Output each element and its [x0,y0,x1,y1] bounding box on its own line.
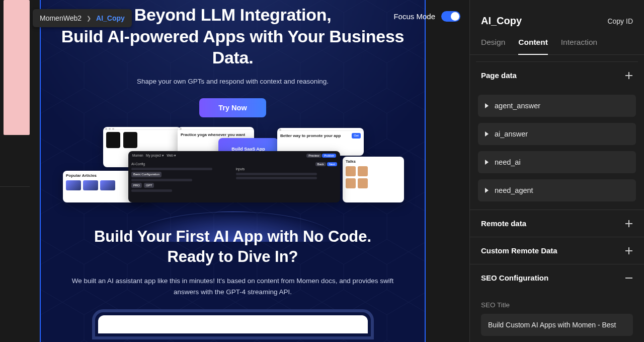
page-data-item[interactable]: need_ai [478,151,636,173]
panel-title: AI_Copy [481,15,522,27]
focus-mode-label: Focus Mode [393,12,435,21]
section2-paragraph: We built an AI assistant app like this i… [71,276,394,297]
section-page-data-label: Page data [481,71,517,80]
page-data-item-label: need_ai [495,158,521,166]
section-custom-remote-label: Custom Remote Data [481,246,557,255]
section2-heading: Build Your First AI App with No Code. Re… [71,227,394,266]
hero-headline-line2: Build AI-powered Apps with Your Business… [61,27,404,67]
focus-mode-control: Focus Mode [393,11,460,22]
minus-icon[interactable] [625,274,633,282]
chat-window-inner [98,315,368,333]
tab-interaction[interactable]: Interaction [561,38,597,54]
toggle-knob [451,12,459,21]
section-remote-data[interactable]: Remote data [470,210,644,237]
collage-card-saas: Build SaaS App [218,138,278,168]
page-data-item[interactable]: agent_answer [478,95,636,117]
caret-right-icon [485,103,489,108]
divider [0,186,30,187]
collage-card-editor: Momen My project ▾ Web ▾ Preview Publish… [128,151,340,202]
page-data-item-label: agent_answer [495,102,540,110]
try-now-button[interactable]: Try Now [199,98,266,117]
tab-content[interactable]: Content [518,38,548,55]
collage-card-store [103,127,181,167]
page-frame[interactable]: Beyond LLM Integration, Build AI-powered… [40,0,426,342]
section-seo-label: SEO Configuration [481,273,548,282]
caret-right-icon [485,131,489,136]
thumbnail-preview [4,0,30,135]
collage-card-articles: Popular Articles [63,171,153,202]
section-build-first: Build Your First AI App with No Code. Re… [41,227,425,339]
seo-title-label: SEO Title [481,301,633,309]
collage-card-promo: Better way to promote your app Get [277,128,364,156]
panel-tabs: Design Content Interaction [470,27,644,55]
page-data-item-label: ai_answer [495,130,528,138]
hero-collage: Practice yoga whenever you want Build Sa… [41,123,425,202]
page-data-item[interactable]: need_agent [478,179,636,201]
breadcrumb: MomenWeb2 ❯ AI_Copy [33,9,132,27]
chat-window-shell [92,309,374,339]
canvas-area: Focus Mode Beyond LLM Integration, Build… [30,0,469,342]
section2-heading-line2: Ready to Dive In? [167,248,298,265]
section2-heading-line1: Build Your First AI App with No Code. [94,228,371,245]
plus-icon[interactable] [625,72,633,80]
hero-headline-line1: Beyond LLM Integration, [134,5,332,24]
breadcrumb-page[interactable]: AI_Copy [96,14,125,22]
page-data-item[interactable]: ai_answer [478,123,636,145]
plus-icon[interactable] [625,247,633,255]
page-data-list: agent_answer ai_answer need_ai need_agen… [470,95,644,210]
hero-subhead: Shape your own GPTs and respond with con… [49,78,417,85]
breadcrumb-project[interactable]: MomenWeb2 [40,14,82,22]
page-data-item-label: need_agent [495,186,533,194]
caret-right-icon [485,160,489,165]
section-seo-configuration[interactable]: SEO Configuration [470,264,644,291]
left-rail [0,0,30,342]
tab-design[interactable]: Design [481,38,505,54]
seo-title-input[interactable] [481,314,633,336]
section-page-data[interactable]: Page data [470,62,644,89]
focus-mode-toggle[interactable] [441,11,460,22]
seo-block: SEO Title [470,301,644,336]
section-remote-data-label: Remote data [481,219,526,228]
chevron-right-icon: ❯ [87,15,91,22]
inspector-panel: AI_Copy Copy ID Design Content Interacti… [469,0,644,342]
collage-card-talks: Talks [343,157,404,202]
section-custom-remote-data[interactable]: Custom Remote Data [470,237,644,264]
collage-card-yoga: Practice yoga whenever you want [178,127,254,157]
caret-right-icon [485,188,489,193]
plus-icon[interactable] [625,220,633,228]
copy-id-button[interactable]: Copy ID [607,17,633,25]
